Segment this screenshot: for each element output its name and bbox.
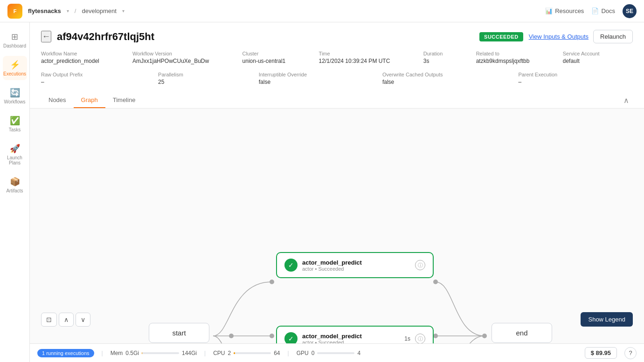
zoom-in-button[interactable]: ∧ (59, 313, 74, 327)
cpu-label: CPU (213, 350, 225, 356)
meta-workflow-version: Workflow Version AmJxx1jaHPOwCUuXe_BuDw (132, 51, 242, 64)
meta-parallelism: Parallelism 25 (158, 72, 259, 85)
meta-duration: Duration 3s (423, 51, 476, 64)
cpu-fill (234, 352, 235, 354)
tab-nodes[interactable]: Nodes (41, 93, 74, 108)
sidebar-item-dashboard[interactable]: ⊞ Dashboard (3, 28, 27, 52)
executions-icon: ⚡ (10, 60, 20, 70)
meta-related-to: Related to atzkb9kdmspsljqxftbb (476, 51, 563, 64)
sidebar-item-label: Executions (3, 71, 26, 76)
svg-point-4 (433, 280, 438, 284)
svg-point-0 (229, 334, 234, 338)
svg-point-7 (482, 334, 487, 338)
sidebar-item-label: Tasks (9, 127, 21, 132)
bottom-bar: 1 running executions | Mem 0.5Gi 144Gi |… (30, 343, 644, 362)
workflows-icon: 🔄 (10, 88, 20, 98)
launch-plans-icon: 🚀 (10, 143, 20, 154)
sidebar-item-label: Workflows (4, 99, 26, 104)
metadata-row1: Workflow Name actor_prediction_model Wor… (41, 51, 633, 64)
topbar: F flytesnacks ▾ / development ▾ 📊 Resour… (0, 0, 644, 22)
tabs-row: Nodes Graph Timeline ∧ (41, 93, 633, 108)
node-info-text: actor_model_predict actor • Succeeded (302, 259, 410, 272)
zoom-fit-button[interactable]: ⊡ (41, 313, 57, 327)
sidebar-item-label: Dashboard (3, 43, 26, 48)
logo-icon: F (7, 4, 22, 19)
zoom-out-button[interactable]: ∨ (76, 313, 90, 327)
avatar[interactable]: SE (623, 4, 637, 18)
flow-connections (30, 109, 644, 343)
task-node-2[interactable]: ✓ actor_model_predict actor • Succeeded … (276, 326, 434, 343)
meta-parent-execution: Parent Execution – (518, 72, 633, 85)
cost-value: $ 89.95 (591, 349, 611, 356)
help-button[interactable]: ? (624, 347, 637, 359)
artifacts-icon: 📦 (10, 177, 20, 187)
graph-toolbar: ⊡ ∧ ∨ (41, 313, 90, 327)
meta-workflow-name: Workflow Name actor_prediction_model (41, 51, 132, 64)
sidebar-item-label: Artifacts (6, 188, 23, 193)
sidebar-item-label: Launch Plans (5, 155, 25, 165)
svg-point-5 (433, 334, 438, 338)
node-info-button[interactable]: ⓘ (415, 334, 425, 343)
page-title: af94v42hrfr67tlqj5ht (57, 31, 474, 43)
relaunch-button[interactable]: Relaunch (593, 30, 633, 43)
org-label[interactable]: flytesnacks (28, 7, 61, 14)
collapse-button[interactable]: ∧ (620, 94, 633, 107)
mem-max: 144Gi (182, 350, 197, 356)
gpu-current: 0 (312, 350, 315, 356)
sidebar: ⊞ Dashboard ⚡ Executions 🔄 Workflows ✅ T… (0, 22, 30, 362)
env-chevron-icon: ▾ (122, 8, 125, 14)
gpu-bar (317, 352, 354, 354)
tasks-icon: ✅ (10, 116, 20, 126)
org-chevron-icon: ▾ (67, 8, 69, 14)
sidebar-item-launch-plans[interactable]: 🚀 Launch Plans (3, 140, 27, 169)
docs-button[interactable]: 📄 Docs (591, 7, 615, 14)
success-icon: ✓ (284, 259, 298, 272)
success-icon: ✓ (284, 332, 298, 343)
gpu-resource: GPU 0 4 (297, 350, 360, 356)
cpu-bar (234, 352, 271, 354)
sidebar-item-executions[interactable]: ⚡ Executions (3, 56, 27, 80)
execution-header: ← af94v42hrfr67tlqj5ht SUCCEEDED View In… (30, 22, 644, 109)
node-info-text: actor_model_predict actor • Succeeded (302, 333, 398, 344)
mem-current: 0.5Gi (125, 350, 139, 356)
cpu-max: 64 (274, 350, 280, 356)
meta-cluster: Cluster union-us-central1 (242, 51, 319, 64)
node-info-button[interactable]: ⓘ (415, 260, 425, 270)
mem-resource: Mem 0.5Gi 144Gi (111, 350, 197, 356)
sidebar-item-workflows[interactable]: 🔄 Workflows (3, 84, 27, 108)
svg-point-1 (270, 280, 274, 284)
cpu-resource: CPU 2 64 (213, 350, 280, 356)
show-legend-button[interactable]: Show Legend (581, 312, 633, 327)
metadata-row2: Raw Output Prefix – Parallelism 25 Inter… (41, 72, 633, 85)
graph-area: start ✓ actor_model_predict actor • Succ… (30, 109, 644, 343)
meta-interruptible: Interruptible Override false (259, 72, 382, 85)
view-inputs-outputs-button[interactable]: View Inputs & Outputs (529, 30, 589, 43)
bar-chart-icon: 📊 (545, 7, 553, 14)
dashboard-icon: ⊞ (11, 32, 18, 42)
task-node-1[interactable]: ✓ actor_model_predict actor • Succeeded … (276, 252, 434, 278)
end-node: end (492, 323, 552, 343)
gpu-max: 4 (357, 350, 360, 356)
back-button[interactable]: ← (41, 31, 51, 42)
meta-time: Time 12/1/2024 10:39:24 PM UTC (319, 51, 423, 64)
status-badge: SUCCEEDED (479, 32, 523, 41)
env-label[interactable]: development (82, 7, 116, 14)
tab-graph[interactable]: Graph (74, 93, 105, 108)
svg-point-2 (270, 334, 274, 338)
sidebar-item-artifacts[interactable]: 📦 Artifacts (3, 173, 27, 197)
meta-overwrite-cache: Overwrite Cached Outputs false (382, 72, 518, 85)
tab-timeline[interactable]: Timeline (105, 93, 143, 108)
running-executions-badge[interactable]: 1 running executions (37, 349, 94, 357)
cost-badge: $ 89.95 (585, 347, 617, 359)
mem-bar (142, 352, 179, 354)
docs-icon: 📄 (591, 7, 599, 14)
main-content: ← af94v42hrfr67tlqj5ht SUCCEEDED View In… (30, 22, 644, 362)
resources-button[interactable]: 📊 Resources (545, 7, 584, 14)
start-node: start (149, 323, 209, 343)
mem-label: Mem (111, 350, 123, 356)
meta-raw-output: Raw Output Prefix – (41, 72, 158, 85)
gpu-label: GPU (297, 350, 309, 356)
meta-service-account: Service Account default (563, 51, 633, 64)
cpu-current: 2 (228, 350, 231, 356)
sidebar-item-tasks[interactable]: ✅ Tasks (3, 112, 27, 136)
